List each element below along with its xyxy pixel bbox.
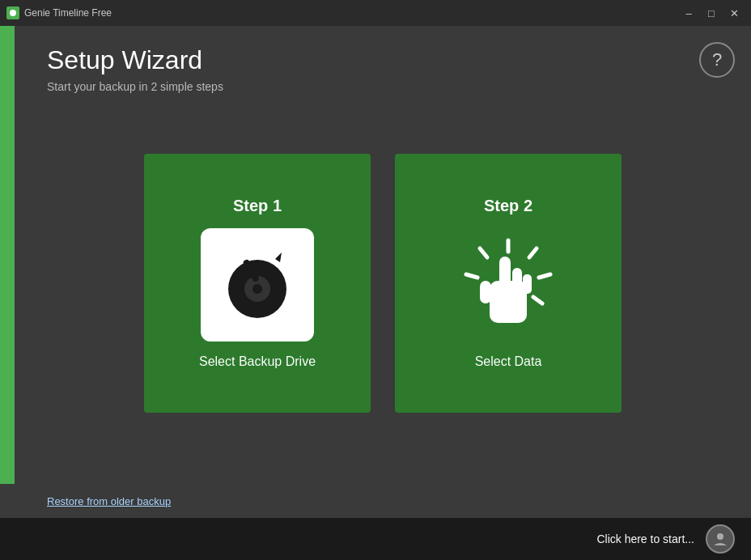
bottom-link-bar: Restore from older backup	[0, 484, 751, 518]
svg-rect-14	[512, 268, 522, 292]
step1-card[interactable]: Step 1	[144, 154, 371, 413]
step1-icon	[201, 228, 314, 342]
step2-label: Step 2	[484, 197, 532, 215]
maximize-button[interactable]: □	[701, 5, 722, 21]
main-content: Setup Wizard Start your backup in 2 simp…	[0, 26, 751, 484]
step2-icon	[452, 228, 565, 342]
window-controls: – □ ✕	[678, 5, 745, 21]
steps-container: Step 1	[47, 117, 719, 465]
minimize-button[interactable]: –	[678, 5, 699, 21]
help-button[interactable]: ?	[699, 42, 735, 78]
step2-description: Select Data	[475, 354, 542, 369]
svg-line-9	[533, 297, 542, 303]
svg-rect-15	[523, 274, 532, 294]
svg-line-7	[529, 248, 537, 257]
step1-description: Select Backup Drive	[199, 354, 316, 369]
footer-avatar	[706, 524, 735, 554]
hdd-icon-bg	[201, 228, 314, 342]
header-section: Setup Wizard Start your backup in 2 simp…	[47, 45, 719, 93]
avatar-icon	[712, 531, 728, 547]
svg-rect-13	[499, 257, 511, 289]
footer-bar: Click here to start...	[0, 518, 751, 560]
click-svg	[456, 232, 561, 337]
wizard-title: Setup Wizard	[47, 45, 719, 75]
content-area: Setup Wizard Start your backup in 2 simp…	[15, 26, 751, 484]
svg-rect-16	[480, 281, 491, 303]
footer-text: Click here to start...	[596, 532, 694, 545]
window-title: Genie Timeline Free	[24, 7, 112, 19]
svg-marker-5	[275, 252, 282, 262]
click-icon-bg	[452, 228, 565, 342]
wizard-subtitle: Start your backup in 2 simple steps	[47, 80, 719, 93]
close-button[interactable]: ✕	[723, 5, 745, 21]
svg-point-17	[717, 533, 723, 540]
svg-line-8	[539, 274, 550, 278]
title-bar: Genie Timeline Free – □ ✕	[0, 0, 751, 26]
svg-point-0	[10, 10, 16, 16]
app-window: Genie Timeline Free – □ ✕ Setup Wizard S…	[0, 0, 751, 560]
hdd-svg	[217, 244, 298, 325]
svg-line-10	[480, 248, 487, 257]
app-icon	[6, 6, 19, 19]
accent-bar	[0, 26, 15, 484]
svg-point-3	[252, 284, 262, 294]
step1-label: Step 1	[233, 197, 282, 215]
title-bar-left: Genie Timeline Free	[6, 6, 112, 19]
step2-card[interactable]: Step 2	[395, 154, 622, 413]
svg-line-11	[466, 274, 477, 278]
restore-link[interactable]: Restore from older backup	[47, 495, 171, 507]
